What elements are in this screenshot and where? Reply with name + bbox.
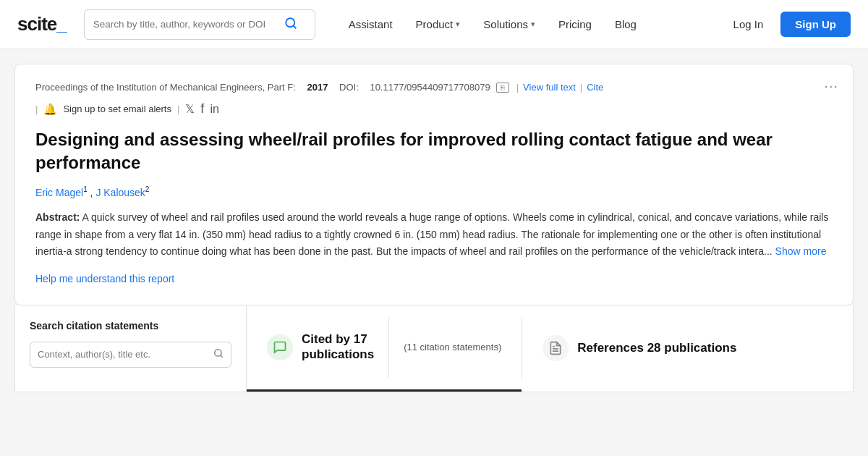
abstract: Abstract: A quick survey of wheel and ra…	[35, 209, 833, 259]
citation-search-input[interactable]	[30, 342, 231, 368]
cite-link[interactable]: Cite	[587, 82, 603, 93]
search-citations-heading: Search citation statements	[30, 320, 231, 332]
doi-label: DOI:	[339, 82, 359, 93]
publication-year: 2017	[307, 82, 328, 93]
search-icon-small	[213, 348, 224, 360]
nav-item-blog[interactable]: Blog	[605, 12, 647, 36]
citation-search-field[interactable]	[38, 349, 213, 360]
login-button[interactable]: Log In	[722, 12, 775, 36]
meta-icons: ⎘	[496, 83, 509, 93]
nav-item-product[interactable]: Product ▾	[406, 12, 471, 36]
tab-references[interactable]: References 28 publications	[522, 305, 757, 392]
journal-name: Proceedings of the Institution of Mechan…	[35, 82, 296, 93]
abstract-body: A quick survey of wheel and rail profile…	[35, 211, 828, 256]
alerts-row: | 🔔 Sign up to set email alerts | 𝕏 f in	[35, 101, 833, 117]
logo-text: scite	[17, 13, 56, 35]
alerts-label[interactable]: Sign up to set email alerts	[63, 104, 171, 114]
bottom-section: Search citation statements	[14, 305, 854, 392]
view-full-text-link[interactable]: View full text	[523, 82, 576, 93]
copy-icon[interactable]: ⎘	[496, 83, 509, 93]
search-input[interactable]	[93, 19, 281, 30]
cited-by-label: Cited by 17publications	[302, 332, 374, 362]
author-link-eric-magel[interactable]: Eric Magel	[35, 186, 83, 198]
twitter-icon[interactable]: 𝕏	[185, 102, 195, 116]
tab-cited-text: Cited by 17publications	[302, 332, 374, 362]
bell-icon: 🔔	[43, 103, 57, 116]
svg-line-1	[293, 25, 295, 28]
nav-actions: Log In Sign Up	[722, 12, 851, 37]
chevron-down-icon: ▾	[456, 20, 460, 29]
logo-underscore: _	[56, 13, 66, 35]
tabs-panel: Cited by 17publications (11 citation sta…	[247, 305, 853, 392]
author-superscript-1: 1	[83, 185, 88, 193]
nav-item-assistant[interactable]: Assistant	[339, 12, 403, 36]
chat-bubble-icon	[267, 334, 293, 360]
more-options-button[interactable]: ···	[824, 77, 838, 94]
linkedin-icon[interactable]: in	[210, 103, 218, 116]
doi-value: 10.1177/0954409717708079	[370, 82, 490, 93]
article-meta: Proceedings of the Institution of Mechan…	[35, 82, 833, 93]
article-title: Designing and assessing wheel/rail profi…	[35, 128, 833, 175]
author-link-j-kalousek[interactable]: J Kalousek	[95, 186, 145, 198]
separator: |	[516, 82, 519, 93]
author-superscript-2: 2	[145, 185, 150, 193]
signup-button[interactable]: Sign Up	[780, 12, 851, 37]
article-authors: Eric Magel1 , J Kalousek2	[35, 185, 833, 198]
abstract-label: Abstract:	[35, 211, 80, 223]
search-icon	[284, 17, 297, 32]
chevron-down-icon: ▾	[531, 20, 535, 29]
nav-item-pricing[interactable]: Pricing	[548, 12, 602, 36]
references-icon	[542, 335, 569, 361]
facebook-icon[interactable]: f	[200, 101, 204, 117]
tab-inner-divider	[388, 317, 389, 378]
separator: |	[580, 82, 582, 93]
content-wrapper: ··· Proceedings of the Institution of Me…	[0, 49, 868, 392]
show-more-link[interactable]: Show more	[775, 245, 827, 257]
article-card: ··· Proceedings of the Institution of Me…	[14, 64, 854, 305]
logo[interactable]: scite_	[17, 13, 67, 35]
nav-item-solutions[interactable]: Solutions ▾	[473, 12, 545, 36]
search-citations-panel: Search citation statements	[15, 305, 247, 392]
citation-statements-label: (11 citation statements)	[404, 342, 501, 352]
search-bar[interactable]	[84, 9, 315, 40]
nav-links: Assistant Product ▾ Solutions ▾ Pricing …	[339, 12, 722, 36]
tab-cited-by[interactable]: Cited by 17publications (11 citation sta…	[247, 305, 522, 392]
references-label: References 28 publications	[577, 341, 736, 355]
svg-line-3	[221, 355, 223, 358]
help-link[interactable]: Help me understand this report	[35, 273, 174, 284]
navbar: scite_ Assistant Product ▾ Solutions ▾ P…	[0, 0, 868, 49]
